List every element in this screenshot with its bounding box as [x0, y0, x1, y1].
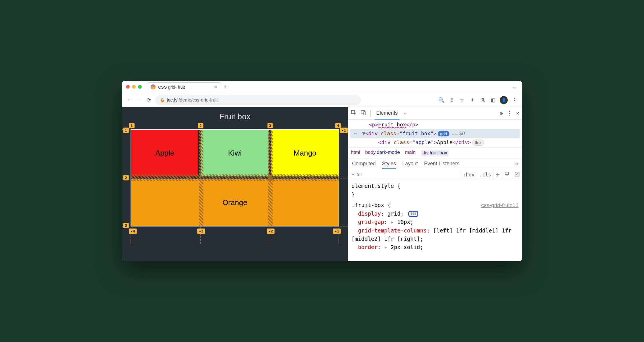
zoom-icon[interactable]: 🔍 [438, 97, 445, 103]
settings-icon[interactable]: ⚙ [500, 110, 503, 116]
dom-node-selected[interactable]: ⋯ ▼<div class="fruit-box">grid== $0 [350, 129, 520, 138]
menu-icon[interactable]: ⋮ [511, 97, 518, 103]
element-style-rule[interactable]: element.style { } [351, 182, 519, 199]
grid-line-badge: -1 [333, 228, 341, 234]
favicon-icon [151, 84, 156, 90]
paint-icon[interactable] [502, 170, 512, 180]
titlebar: CSS grid- fruit ✕ + ⌄ [122, 81, 522, 93]
browser-tab[interactable]: CSS grid- fruit ✕ [147, 82, 221, 92]
breadcrumb-item[interactable]: html [351, 150, 360, 156]
computed-toggle-icon[interactable] [512, 170, 522, 180]
grid-gap-overlay [131, 174, 339, 181]
lock-icon: 🔒 [160, 98, 165, 102]
tab-title: CSS grid- fruit [158, 85, 211, 90]
dom-tree[interactable]: <p>Fruit box</p> ⋯ ▼<div class="fruit-bo… [348, 120, 522, 148]
forward-button[interactable]: → [136, 97, 142, 103]
rule-source-link[interactable]: css-grid-fruit:11 [481, 201, 519, 209]
grid-line-badge: 1 [123, 128, 129, 133]
grid-line-badge: -1 [340, 128, 348, 133]
fruit-box-grid: Apple Kiwi Mango Orange [131, 129, 339, 226]
grid-cell-orange: Orange [131, 179, 339, 226]
grid-overlay-wrap: Apple Kiwi Mango Orange 1 2 3 4 1 2 3 -1… [131, 129, 339, 226]
styles-filter-row: :hov .cls + [348, 169, 522, 180]
device-toggle-icon[interactable] [361, 110, 366, 117]
inspect-icon[interactable] [351, 110, 357, 117]
breadcrumb-item-active[interactable]: div.fruit-box [421, 150, 449, 156]
content-area: Fruit box Apple Kiwi Mango Orange [122, 107, 522, 261]
devtools-toolbar: Elements » ⚙ ⋮ ✕ [348, 107, 522, 120]
styles-filter-input[interactable] [348, 170, 460, 180]
tab-elements[interactable]: Elements [375, 110, 399, 120]
tab-styles[interactable]: Styles [382, 161, 396, 169]
more-tabs-icon[interactable]: » [515, 161, 518, 167]
css-rule[interactable]: css-grid-fruit:11 .fruit-box { display: … [351, 201, 519, 252]
dom-node[interactable]: <div class="apple">Apple</div>flex [350, 138, 520, 147]
browser-window: CSS grid- fruit ✕ + ⌄ ← → ⟳ 🔒 jec.fyi/de… [122, 81, 522, 261]
url-bar: ← → ⟳ 🔒 jec.fyi/demo/css-grid-fruit 🔍 ⇪ … [122, 93, 522, 107]
url-text: jec.fyi/demo/css-grid-fruit [167, 98, 218, 103]
grid-cell-kiwi: Kiwi [201, 130, 268, 176]
breadcrumb: html body.dark-mode main div.fruit-box [348, 148, 522, 158]
grid-line-badge: 2 [198, 123, 203, 128]
close-window-button[interactable] [126, 85, 130, 89]
hov-button[interactable]: :hov [460, 170, 477, 179]
close-devtools-icon[interactable]: ✕ [516, 110, 519, 116]
grid-editor-icon[interactable] [408, 211, 418, 217]
svg-rect-3 [505, 172, 509, 174]
grid-cell-mango: Mango [271, 130, 339, 176]
grid-line-badge: -2 [267, 228, 275, 234]
minimize-window-button[interactable] [132, 85, 136, 89]
grid-line-badge: -3 [197, 228, 205, 234]
profile-avatar[interactable]: 👤 [500, 96, 508, 104]
new-tab-button[interactable]: + [224, 83, 228, 91]
share-icon[interactable]: ⇪ [448, 97, 455, 103]
grid-line-badge: 2 [123, 175, 129, 180]
cls-button[interactable]: .cls [477, 170, 493, 179]
tab-event-listeners[interactable]: Event Listeners [424, 161, 459, 167]
new-rule-button[interactable]: + [493, 169, 502, 180]
rendered-page: Fruit box Apple Kiwi Mango Orange [122, 107, 348, 261]
grid-badge[interactable]: grid [438, 131, 449, 136]
styles-pane[interactable]: element.style { } css-grid-fruit:11 .fru… [348, 180, 522, 253]
maximize-window-button[interactable] [138, 85, 142, 89]
grid-line-badge: -4 [129, 228, 137, 234]
tab-layout[interactable]: Layout [402, 161, 418, 167]
back-button[interactable]: ← [126, 97, 132, 103]
reload-button[interactable]: ⟳ [145, 97, 152, 103]
page-heading: Fruit box [122, 107, 348, 126]
breadcrumb-item[interactable]: main [405, 150, 416, 156]
grid-line-badge: 3 [267, 123, 273, 128]
flex-badge[interactable]: flex [472, 140, 484, 146]
close-tab-icon[interactable]: ✕ [214, 84, 217, 90]
more-tabs-icon[interactable]: » [403, 110, 407, 116]
ellipsis-icon[interactable]: ⋯ [351, 130, 359, 136]
bookmark-icon[interactable]: ☆ [459, 97, 465, 103]
svg-rect-2 [364, 112, 366, 115]
devtools-panel: Elements » ⚙ ⋮ ✕ <p>Fruit box</p> ⋯ ▼<di… [348, 107, 522, 261]
dom-node[interactable]: <p>Fruit box</p> [350, 121, 520, 129]
tab-overflow-icon[interactable]: ⌄ [511, 84, 518, 90]
grid-line-badge: 3 [123, 223, 129, 228]
grid-line-badge: 1 [129, 123, 135, 128]
traffic-lights [126, 85, 142, 89]
styles-tabs: Computed Styles Layout Event Listeners » [348, 158, 522, 169]
omnibox[interactable]: 🔒 jec.fyi/demo/css-grid-fruit [155, 95, 361, 105]
grid-cell-apple: Apple [131, 130, 198, 176]
labs-icon[interactable]: ⚗ [479, 97, 486, 103]
sidebar-icon[interactable]: ◧ [489, 97, 496, 103]
extensions-icon[interactable]: ✦ [469, 97, 476, 103]
tab-computed[interactable]: Computed [352, 161, 376, 167]
breadcrumb-item[interactable]: body.dark-mode [365, 150, 400, 156]
kebab-icon[interactable]: ⋮ [507, 110, 512, 116]
svg-rect-4 [515, 172, 519, 176]
